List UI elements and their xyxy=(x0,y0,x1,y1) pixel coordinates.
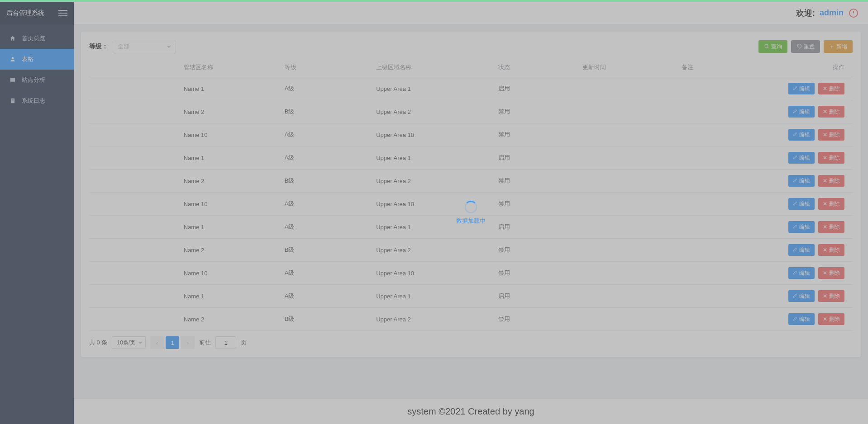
delete-label: 删除 xyxy=(829,223,840,231)
cell-remark xyxy=(677,239,746,262)
welcome-username[interactable]: admin xyxy=(820,8,844,18)
logout-icon[interactable] xyxy=(848,8,859,19)
edit-icon xyxy=(793,293,797,299)
cell-ops: 编辑✕删除 xyxy=(746,77,853,100)
cell-remark xyxy=(677,262,746,285)
edit-button[interactable]: 编辑 xyxy=(788,313,815,325)
edit-button[interactable]: 编辑 xyxy=(788,198,815,210)
edit-icon xyxy=(793,132,797,138)
cell-name: Name 10 xyxy=(166,262,280,285)
edit-label: 编辑 xyxy=(799,200,810,208)
cell-level: A级 xyxy=(280,216,372,239)
cell-name: Name 1 xyxy=(166,77,280,100)
delete-button[interactable]: ✕删除 xyxy=(818,198,844,210)
table-row: Name 1A级Upper Area 1启用编辑✕删除 xyxy=(89,285,853,308)
cell-checkbox xyxy=(89,216,166,239)
level-select-placeholder: 全部 xyxy=(118,42,129,51)
cell-upper: Upper Area 10 xyxy=(372,123,494,146)
header: 欢迎: admin xyxy=(74,2,868,24)
delete-button[interactable]: ✕删除 xyxy=(818,267,844,279)
add-button[interactable]: ＋ 新增 xyxy=(824,40,853,53)
delete-button[interactable]: ✕删除 xyxy=(818,244,844,256)
delete-button[interactable]: ✕删除 xyxy=(818,221,844,233)
delete-button[interactable]: ✕删除 xyxy=(818,290,844,302)
delete-button[interactable]: ✕删除 xyxy=(818,129,844,141)
edit-label: 编辑 xyxy=(799,316,810,323)
edit-label: 编辑 xyxy=(799,269,810,277)
sidebar-item-label: 系统日志 xyxy=(22,97,45,105)
cell-ops: 编辑✕删除 xyxy=(746,216,853,239)
search-button[interactable]: 查询 xyxy=(758,40,787,53)
table-row: Name 2B级Upper Area 2禁用编辑✕删除 xyxy=(89,170,853,193)
cell-status: 启用 xyxy=(494,285,578,308)
sidebar-item-label: 表格 xyxy=(22,55,33,63)
table-row: Name 10A级Upper Area 10禁用编辑✕删除 xyxy=(89,262,853,285)
chevron-down-icon xyxy=(167,46,171,48)
cell-name: Name 1 xyxy=(166,216,280,239)
cell-update xyxy=(578,193,677,216)
cell-status: 启用 xyxy=(494,146,578,170)
sidebar-item-3[interactable]: 系统日志 xyxy=(0,90,74,111)
delete-label: 删除 xyxy=(829,292,840,300)
goto-page-input[interactable] xyxy=(215,336,236,349)
close-icon: ✕ xyxy=(823,293,827,299)
menu-toggle-icon[interactable] xyxy=(58,9,67,18)
delete-button[interactable]: ✕删除 xyxy=(818,313,844,325)
cell-status: 启用 xyxy=(494,77,578,100)
page-size-select[interactable]: 10条/页 xyxy=(112,336,146,349)
edit-icon xyxy=(793,247,797,253)
edit-button[interactable]: 编辑 xyxy=(788,152,815,164)
close-icon: ✕ xyxy=(823,316,827,322)
edit-button[interactable]: 编辑 xyxy=(788,129,815,141)
home-icon xyxy=(9,35,16,42)
cell-status: 禁用 xyxy=(494,100,578,123)
edit-button[interactable]: 编辑 xyxy=(788,267,815,279)
cell-name: Name 2 xyxy=(166,308,280,331)
delete-button[interactable]: ✕删除 xyxy=(818,106,844,118)
edit-button[interactable]: 编辑 xyxy=(788,83,815,94)
svg-point-8 xyxy=(765,44,768,47)
sidebar-item-2[interactable]: 站点分析 xyxy=(0,70,74,90)
cell-level: B级 xyxy=(280,100,372,123)
cell-status: 禁用 xyxy=(494,262,578,285)
edit-button[interactable]: 编辑 xyxy=(788,290,815,302)
data-table: 管辖区名称 等级 上级区域名称 状态 更新时间 备注 操作 Name 1A级Up… xyxy=(89,58,853,331)
cell-checkbox xyxy=(89,123,166,146)
cell-level: A级 xyxy=(280,193,372,216)
delete-button[interactable]: ✕删除 xyxy=(818,175,844,187)
table-row: Name 2B级Upper Area 2禁用编辑✕删除 xyxy=(89,308,853,331)
cell-update xyxy=(578,262,677,285)
sidebar-item-0[interactable]: 首页总览 xyxy=(0,28,74,49)
cell-ops: 编辑✕删除 xyxy=(746,285,853,308)
delete-button[interactable]: ✕删除 xyxy=(818,83,844,94)
cell-upper: Upper Area 2 xyxy=(372,239,494,262)
cell-status: 禁用 xyxy=(494,193,578,216)
page-prev-button[interactable]: ‹ xyxy=(150,336,164,349)
cell-remark xyxy=(677,308,746,331)
cell-remark xyxy=(677,100,746,123)
edit-button[interactable]: 编辑 xyxy=(788,106,815,118)
edit-button[interactable]: 编辑 xyxy=(788,221,815,233)
page-next-button[interactable]: › xyxy=(181,336,195,349)
table-icon xyxy=(9,56,16,63)
edit-button[interactable]: 编辑 xyxy=(788,244,815,256)
th-ops: 操作 xyxy=(746,58,853,77)
cell-remark xyxy=(677,193,746,216)
cell-name: Name 2 xyxy=(166,239,280,262)
cell-level: A级 xyxy=(280,285,372,308)
close-icon: ✕ xyxy=(823,247,827,253)
page-number-button[interactable]: 1 xyxy=(166,336,179,349)
level-select[interactable]: 全部 xyxy=(113,40,176,53)
edit-icon xyxy=(793,316,797,322)
close-icon: ✕ xyxy=(823,201,827,207)
close-icon: ✕ xyxy=(823,155,827,161)
cell-remark xyxy=(677,170,746,193)
pagination-total: 共 0 条 xyxy=(89,339,107,347)
edit-label: 编辑 xyxy=(799,131,810,139)
cell-level: A级 xyxy=(280,123,372,146)
delete-button[interactable]: ✕删除 xyxy=(818,152,844,164)
edit-button[interactable]: 编辑 xyxy=(788,175,815,187)
reset-button[interactable]: 重置 xyxy=(791,40,820,53)
sidebar-item-1[interactable]: 表格 xyxy=(0,49,74,70)
cell-ops: 编辑✕删除 xyxy=(746,123,853,146)
